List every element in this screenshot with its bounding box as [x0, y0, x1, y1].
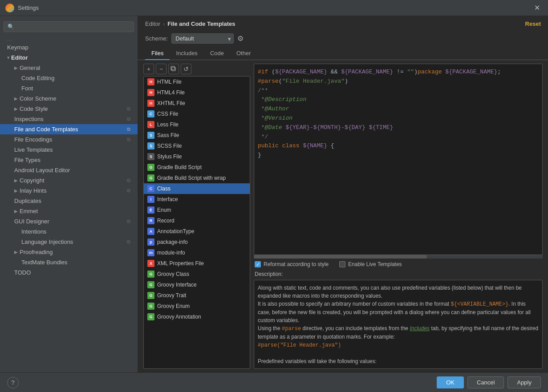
- code-editor[interactable]: #if (${PACKAGE_NAME} && ${PACKAGE_NAME} …: [254, 64, 543, 255]
- tab-includes[interactable]: Includes: [170, 47, 203, 60]
- language-injections-label: Language Injections: [21, 238, 73, 245]
- tab-other[interactable]: Other: [230, 47, 257, 60]
- reformat-checkbox[interactable]: ✓: [255, 261, 261, 267]
- sidebar-item-inspections[interactable]: Inspections ⧉: [0, 114, 138, 124]
- template-list-item[interactable]: HHTML4 File: [144, 87, 250, 98]
- template-list-item[interactable]: ppackage-info: [144, 237, 250, 247]
- gear-icon[interactable]: ⚙: [237, 34, 244, 43]
- code-line-9: public class ${NAME} {: [258, 141, 539, 151]
- sidebar-item-language-injections[interactable]: Language Injections ⧉: [0, 237, 138, 247]
- action-buttons: OK Cancel Apply: [437, 376, 541, 388]
- copy-template-button[interactable]: [168, 64, 179, 74]
- template-list-item[interactable]: HHTML File: [144, 77, 250, 87]
- file-type-icon: G: [147, 164, 154, 171]
- sidebar-item-general[interactable]: ▶ General: [0, 63, 138, 73]
- sidebar-item-keymap[interactable]: Keymap: [0, 42, 138, 53]
- add-template-button[interactable]: +: [143, 64, 154, 74]
- sidebar-item-duplicates[interactable]: Duplicates: [0, 196, 138, 206]
- template-list-item[interactable]: IInterface: [144, 194, 250, 205]
- reformat-checkbox-item[interactable]: ✓ Reformat according to style: [255, 261, 329, 267]
- file-type-icon: m: [147, 249, 154, 256]
- file-type-icon: I: [147, 196, 154, 203]
- template-list-item[interactable]: SSass File: [144, 130, 250, 141]
- template-list-item[interactable]: RRecord: [144, 215, 250, 226]
- help-button[interactable]: ?: [7, 377, 19, 388]
- sidebar-item-todo[interactable]: TODO: [0, 267, 138, 278]
- proofreading-label: Proofreading: [20, 249, 53, 255]
- sidebar-item-copyright[interactable]: ▶ Copyright ⧉: [0, 175, 138, 186]
- template-list-item[interactable]: mmodule-info: [144, 247, 250, 258]
- template-list[interactable]: HHTML FileHHTML4 FileHXHTML FileCCSS Fil…: [143, 76, 250, 369]
- template-list-item[interactable]: GGroovy Enum: [144, 301, 250, 311]
- svg-rect-0: [172, 67, 175, 71]
- inlay-hints-arrow-icon: ▶: [14, 188, 18, 193]
- scheme-select[interactable]: Default: [171, 33, 234, 44]
- tabs-row: Files Includes Code Other: [138, 47, 548, 60]
- sidebar-item-code-editing[interactable]: Code Editing: [0, 73, 138, 83]
- reset-template-button[interactable]: ↺: [181, 64, 191, 74]
- code-line-10: }: [258, 151, 539, 160]
- sidebar-item-inlay-hints[interactable]: ▶ Inlay Hints ⧉: [0, 186, 138, 196]
- live-templates-checkbox-item[interactable]: Enable Live Templates: [339, 261, 402, 267]
- file-types-label: File Types: [14, 157, 41, 163]
- proofreading-arrow-icon: ▶: [14, 250, 18, 255]
- sidebar-item-file-types[interactable]: File Types: [0, 155, 138, 165]
- sidebar-item-android-layout-editor[interactable]: Android Layout Editor: [0, 165, 138, 175]
- remove-template-button[interactable]: −: [156, 64, 166, 74]
- inspections-copy-icon: ⧉: [127, 116, 130, 122]
- template-list-item[interactable]: GGroovy Interface: [144, 279, 250, 290]
- editor-scrollbar[interactable]: [254, 255, 543, 259]
- template-list-item[interactable]: EEnum: [144, 205, 250, 215]
- cancel-button[interactable]: Cancel: [467, 376, 504, 388]
- sidebar-item-textmate-bundles[interactable]: TextMate Bundles: [0, 257, 138, 267]
- scheme-dropdown-wrap[interactable]: Default: [171, 33, 234, 44]
- code-line-6: *@Version: [258, 114, 539, 123]
- editor-arrow-icon: ▾: [7, 55, 9, 60]
- reset-button[interactable]: Reset: [525, 20, 541, 27]
- template-item-label: XHTML File: [157, 100, 185, 106]
- template-list-item[interactable]: GGroovy Trait: [144, 290, 250, 301]
- template-list-item[interactable]: GGradle Build Script with wrap: [144, 173, 250, 183]
- template-item-label: Gradle Build Script with wrap: [157, 175, 226, 181]
- sidebar-item-file-encodings[interactable]: File Encodings ⧉: [0, 134, 138, 145]
- main-content: ... Keymap ▾ Editor ▶ General Code Editi…: [0, 16, 548, 372]
- template-list-item[interactable]: SStylus File: [144, 151, 250, 162]
- template-list-item[interactable]: SSCSS File: [144, 141, 250, 151]
- live-templates-checkbox[interactable]: [339, 261, 345, 267]
- template-list-item[interactable]: CClass: [144, 183, 250, 194]
- template-list-item[interactable]: HXHTML File: [144, 98, 250, 109]
- code-line-5: *@Author: [258, 105, 539, 114]
- scheme-label: Scheme:: [145, 35, 168, 42]
- svg-rect-1: [171, 66, 175, 70]
- sidebar-item-live-templates[interactable]: Live Templates: [0, 145, 138, 155]
- template-list-item[interactable]: AAnnotationType: [144, 226, 250, 237]
- sidebar-item-emmet[interactable]: ▶ Emmet: [0, 206, 138, 216]
- sidebar-item-font[interactable]: Font: [0, 83, 138, 93]
- sidebar-item-gui-designer[interactable]: GUI Designer ⧉: [0, 216, 138, 226]
- breadcrumb-parent: Editor: [145, 20, 160, 27]
- template-item-label: Record: [157, 218, 175, 224]
- apply-button[interactable]: Apply: [507, 376, 541, 388]
- template-list-item[interactable]: LLess File: [144, 119, 250, 130]
- template-list-item[interactable]: XXML Properties File: [144, 258, 250, 269]
- template-list-item[interactable]: GGroovy Annotation: [144, 311, 250, 322]
- template-item-label: package-info: [157, 239, 188, 245]
- sidebar-item-editor[interactable]: ▾ Editor: [0, 53, 138, 63]
- file-type-icon: G: [147, 271, 154, 278]
- tab-code[interactable]: Code: [204, 47, 230, 60]
- close-button[interactable]: ✕: [532, 3, 543, 13]
- code-line-4: *@Description: [258, 95, 539, 105]
- search-input[interactable]: [4, 21, 134, 32]
- copyright-arrow-icon: ▶: [14, 178, 18, 183]
- android-layout-editor-label: Android Layout Editor: [14, 167, 70, 174]
- ok-button[interactable]: OK: [437, 376, 464, 388]
- template-list-item[interactable]: GGroovy Class: [144, 269, 250, 279]
- template-list-item[interactable]: GGradle Build Script: [144, 162, 250, 173]
- tab-files[interactable]: Files: [145, 47, 170, 60]
- sidebar-item-intentions[interactable]: Intentions: [0, 226, 138, 237]
- sidebar-item-code-style[interactable]: ▶ Code Style ⧉: [0, 104, 138, 114]
- template-list-item[interactable]: CCSS File: [144, 109, 250, 119]
- sidebar-item-file-code-templates[interactable]: File and Code Templates ⧉: [0, 124, 138, 134]
- sidebar-item-color-scheme[interactable]: ▶ Color Scheme: [0, 93, 138, 104]
- sidebar-item-proofreading[interactable]: ▶ Proofreading: [0, 247, 138, 257]
